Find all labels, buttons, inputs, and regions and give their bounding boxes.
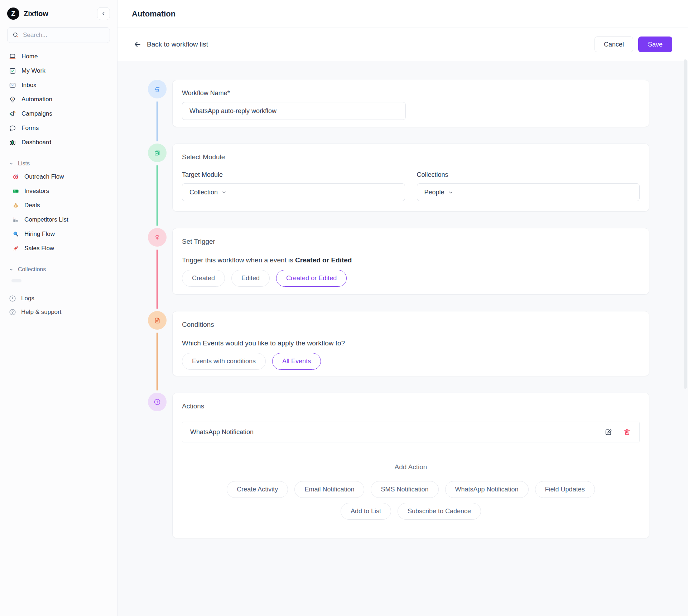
- connector-line: [157, 333, 158, 391]
- money-bag-icon: [12, 202, 19, 209]
- sidebar-item-inbox[interactable]: Inbox: [7, 78, 110, 92]
- set-trigger-title: Set Trigger: [182, 238, 640, 246]
- back-to-workflow-list-link[interactable]: Back to workflow list: [133, 40, 208, 49]
- action-item-label: WhatsApp Notification: [190, 428, 254, 436]
- workflow-name-step-icon: [148, 80, 167, 98]
- sidebar-item-my-work[interactable]: My Work: [7, 64, 110, 78]
- page-header: Automation: [117, 0, 688, 28]
- question-circle-icon: [9, 308, 16, 316]
- conditions-option-events-with-conditions[interactable]: Events with conditions: [182, 353, 266, 370]
- sidebar-nav: Home My Work Inbox Automation Campaigns …: [7, 49, 110, 150]
- set-trigger-card: Set Trigger Trigger this workflow when a…: [172, 228, 649, 295]
- workflow-name-card: Workflow Name*: [172, 80, 649, 127]
- search-box[interactable]: [7, 27, 110, 43]
- step-select-module: Select Module Target Module Collection C…: [148, 144, 688, 212]
- lists-group: Outreach Flow Investors Deals Competitor…: [7, 170, 110, 256]
- add-action-subscribe-to-cadence[interactable]: Subscribe to Cadence: [398, 503, 481, 520]
- actions-card: Actions WhatsApp Notification Add Action…: [172, 393, 649, 538]
- add-action-whatsapp-notification[interactable]: WhatsApp Notification: [445, 481, 529, 498]
- section-collections[interactable]: Collections: [7, 263, 110, 276]
- brand-name: Zixflow: [24, 10, 48, 18]
- conditions-option-all-events[interactable]: All Events: [272, 353, 321, 370]
- add-action-field-updates[interactable]: Field Updates: [535, 481, 595, 498]
- main-area: Automation Back to workflow list Cancel …: [117, 0, 688, 616]
- sidebar: Z Zixflow Home My Work: [0, 0, 117, 616]
- target-module-select[interactable]: Collection: [182, 183, 405, 201]
- chevron-down-icon: [221, 190, 227, 195]
- action-item-row: WhatsApp Notification: [182, 422, 640, 442]
- chevron-down-icon: [9, 161, 14, 166]
- sidebar-item-automation[interactable]: Automation: [7, 92, 110, 107]
- sidebar-item-forms[interactable]: Forms: [7, 121, 110, 135]
- page-title: Automation: [132, 9, 175, 19]
- list-item-label: Investors: [24, 188, 49, 195]
- section-label: Lists: [18, 160, 30, 167]
- chevron-down-icon: [9, 267, 14, 272]
- sidebar-item-dashboard[interactable]: Dashboard: [7, 135, 110, 150]
- list-item-label: Outreach Flow: [24, 173, 64, 180]
- edit-icon[interactable]: [604, 428, 613, 437]
- target-module-value: Collection: [189, 189, 218, 196]
- select-module-step-icon: [148, 144, 167, 162]
- search-input[interactable]: [23, 31, 105, 39]
- gauge-icon: [9, 295, 16, 302]
- sidebar-item-investors[interactable]: Investors: [7, 184, 110, 198]
- sidebar-item-outreach-flow[interactable]: Outreach Flow: [7, 170, 110, 184]
- connector-line: [157, 249, 158, 309]
- chevron-down-icon: [448, 190, 453, 195]
- select-module-title: Select Module: [182, 153, 640, 161]
- chat-bubble-icon: [9, 124, 16, 132]
- brand-row: Z Zixflow: [7, 0, 110, 27]
- save-button[interactable]: Save: [638, 37, 672, 52]
- target-module-label: Target Module: [182, 171, 405, 179]
- sidebar-item-label: My Work: [21, 67, 45, 74]
- trash-icon[interactable]: [623, 428, 631, 436]
- workflow-editor: Workflow Name* Select Module Target M: [117, 61, 688, 616]
- sidebar-collapse-button[interactable]: [97, 7, 110, 20]
- sidebar-item-campaigns[interactable]: Campaigns: [7, 107, 110, 121]
- collections-label: Collections: [417, 171, 640, 179]
- list-item-label: Sales Flow: [24, 245, 54, 252]
- footer-item-label: Logs: [21, 295, 34, 302]
- trigger-option-created-or-edited[interactable]: Created or Edited: [276, 270, 347, 287]
- factory-icon: [12, 216, 19, 223]
- sidebar-item-label: Automation: [21, 96, 52, 103]
- connector-line: [157, 101, 158, 141]
- add-action-options: Create Activity Email Notification SMS N…: [199, 481, 622, 520]
- sidebar-item-logs[interactable]: Logs: [7, 292, 110, 305]
- trigger-sentence-bold: Created or Edited: [295, 256, 352, 264]
- envelope-icon: [9, 81, 16, 89]
- conditions-title: Conditions: [182, 321, 640, 329]
- add-action-email-notification[interactable]: Email Notification: [294, 481, 364, 498]
- workflow-name-input[interactable]: [182, 102, 406, 120]
- trigger-option-created[interactable]: Created: [182, 270, 225, 287]
- bar-chart-icon: [9, 139, 16, 146]
- step-actions: Actions WhatsApp Notification Add Action…: [148, 393, 688, 538]
- list-item-label: Deals: [24, 202, 40, 209]
- app-window: Z Zixflow Home My Work: [0, 0, 688, 616]
- sidebar-item-sales-flow[interactable]: Sales Flow: [7, 241, 110, 256]
- add-action-add-to-list[interactable]: Add to List: [341, 503, 391, 520]
- collections-value: People: [424, 189, 444, 196]
- cancel-button[interactable]: Cancel: [595, 37, 633, 52]
- section-lists[interactable]: Lists: [7, 157, 110, 170]
- select-module-card: Select Module Target Module Collection C…: [172, 144, 649, 212]
- sidebar-item-home[interactable]: Home: [7, 49, 110, 64]
- sidebar-item-help-support[interactable]: Help & support: [7, 305, 110, 319]
- sidebar-item-competitors-list[interactable]: Competitors List: [7, 213, 110, 227]
- zixflow-logo-icon: Z: [7, 8, 19, 20]
- sidebar-item-label: Home: [21, 53, 38, 60]
- sidebar-item-deals[interactable]: Deals: [7, 198, 110, 213]
- connector-line: [157, 165, 158, 226]
- trigger-option-edited[interactable]: Edited: [231, 270, 270, 287]
- step-conditions: Conditions Which Events would you like t…: [148, 311, 688, 376]
- collections-select[interactable]: People: [417, 183, 640, 201]
- conditions-question: Which Events would you like to apply the…: [182, 339, 640, 347]
- sidebar-item-hiring-flow[interactable]: Hiring Flow: [7, 227, 110, 241]
- collections-placeholder: [11, 279, 21, 282]
- scrollbar[interactable]: [684, 59, 687, 389]
- laptop-icon: [9, 53, 16, 60]
- add-action-sms-notification[interactable]: SMS Notification: [371, 481, 438, 498]
- add-action-create-activity[interactable]: Create Activity: [227, 481, 288, 498]
- sidebar-item-label: Forms: [21, 125, 39, 132]
